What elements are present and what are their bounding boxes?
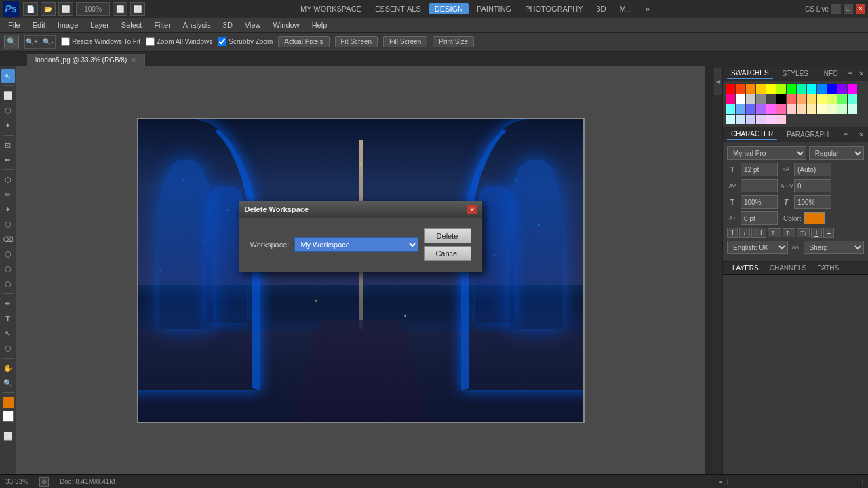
- menu-view[interactable]: View: [239, 20, 267, 30]
- scrubby-zoom-checkbox[interactable]: [218, 37, 226, 46]
- horizontal-scrollbar[interactable]: [727, 479, 863, 485]
- quick-selection-tool[interactable]: ✦: [1, 119, 15, 132]
- workspace-select[interactable]: My Workspace: [294, 237, 418, 252]
- panel-toggle-icon[interactable]: ◀: [714, 68, 722, 95]
- swatch-item[interactable]: [817, 94, 827, 104]
- leading-input[interactable]: [794, 163, 831, 176]
- delete-button[interactable]: Delete: [424, 228, 471, 243]
- swatch-item[interactable]: [797, 94, 806, 104]
- swatch-item[interactable]: [776, 84, 786, 94]
- swatch-item[interactable]: [827, 84, 837, 94]
- swatch-item[interactable]: [726, 94, 735, 104]
- swatch-item[interactable]: [848, 84, 857, 94]
- tab-close-icon[interactable]: ✕: [131, 57, 136, 64]
- underline-button[interactable]: T: [811, 228, 822, 238]
- swatch-item[interactable]: [797, 104, 806, 114]
- anti-alias-select[interactable]: Sharp: [804, 241, 865, 254]
- swatch-item[interactable]: [736, 94, 745, 104]
- swatch-item[interactable]: [817, 84, 827, 94]
- swatch-item[interactable]: [766, 84, 776, 94]
- screen-mode-icon[interactable]: ⬜: [113, 2, 127, 16]
- nav-3d[interactable]: 3D: [591, 3, 612, 14]
- baseline-input[interactable]: [741, 211, 778, 225]
- open-icon[interactable]: 📂: [41, 2, 56, 16]
- swatch-item[interactable]: [787, 104, 796, 114]
- swatch-item[interactable]: [766, 104, 776, 114]
- scroll-left-icon[interactable]: ◂: [719, 478, 727, 486]
- zoom-out-icon[interactable]: 🔍-: [41, 35, 56, 49]
- background-color[interactable]: [3, 411, 14, 422]
- eyedropper-tool[interactable]: ✒: [1, 153, 15, 167]
- menu-file[interactable]: File: [3, 20, 26, 30]
- maximize-button[interactable]: □: [844, 4, 853, 14]
- zoom-all-check[interactable]: Zoom All Windows: [146, 37, 212, 46]
- swatch-item[interactable]: [726, 104, 735, 114]
- crop-tool[interactable]: ⊡: [1, 138, 15, 152]
- healing-brush-tool[interactable]: ⬡: [1, 173, 15, 186]
- swatch-item[interactable]: [776, 104, 786, 114]
- swatch-item[interactable]: [736, 84, 745, 94]
- swatch-item[interactable]: [746, 84, 755, 94]
- new-doc-icon[interactable]: 📄: [23, 2, 38, 16]
- swatch-item[interactable]: [807, 94, 816, 104]
- menu-edit[interactable]: Edit: [27, 20, 51, 30]
- horizontal-scale-input[interactable]: [741, 195, 778, 209]
- tab-paragraph[interactable]: PARAGRAPH: [783, 129, 833, 140]
- nav-my-workspace[interactable]: MY WORKSPACE: [295, 3, 367, 14]
- nav-photography[interactable]: PHOTOGRAPHY: [519, 3, 588, 14]
- menu-image[interactable]: Image: [52, 20, 84, 30]
- swatch-item[interactable]: [756, 104, 766, 114]
- swatch-item[interactable]: [756, 115, 766, 124]
- scrubby-zoom-check[interactable]: Scrubby Zoom: [218, 37, 273, 46]
- swatch-item[interactable]: [848, 104, 857, 114]
- char-panel-close[interactable]: ✕: [859, 131, 864, 138]
- swatch-item[interactable]: [736, 104, 745, 114]
- resize-windows-checkbox[interactable]: [61, 37, 70, 46]
- swatch-item[interactable]: [807, 104, 816, 114]
- swatch-item[interactable]: [776, 94, 786, 104]
- swatch-item[interactable]: [827, 94, 837, 104]
- swatch-item[interactable]: [797, 84, 806, 94]
- history-brush-tool[interactable]: ⬡: [1, 218, 15, 231]
- superscript-button[interactable]: T↑: [783, 228, 795, 237]
- nav-painting[interactable]: PAINTING: [471, 3, 517, 14]
- kerning-input[interactable]: [741, 179, 778, 192]
- tab-layers[interactable]: LAYERS: [727, 263, 764, 273]
- bold-button[interactable]: T: [727, 228, 738, 238]
- font-size-input[interactable]: [741, 163, 778, 176]
- zoom-tool[interactable]: 🔍: [1, 376, 15, 390]
- nav-design[interactable]: DESIGN: [429, 3, 469, 14]
- swatch-item[interactable]: [766, 115, 776, 124]
- swatch-item[interactable]: [807, 84, 816, 94]
- canvas-vertical-scrollbar[interactable]: [705, 66, 713, 474]
- clone-stamp-tool[interactable]: ✦: [1, 203, 15, 216]
- rectangular-marquee-tool[interactable]: ⬜: [1, 89, 15, 102]
- strikethrough-button[interactable]: T: [823, 228, 834, 238]
- menu-analysis[interactable]: Analysis: [178, 20, 216, 30]
- tab-swatches[interactable]: SWATCHES: [727, 68, 773, 79]
- swatch-item[interactable]: [837, 104, 847, 114]
- swatch-item[interactable]: [817, 104, 827, 114]
- resize-windows-check[interactable]: Resize Windows To Fit: [61, 37, 140, 46]
- swatch-item[interactable]: [837, 94, 847, 104]
- font-style-select[interactable]: Regular: [809, 146, 864, 160]
- menu-filter[interactable]: Filter: [149, 20, 176, 30]
- swatch-item[interactable]: [766, 94, 776, 104]
- swatch-item[interactable]: [726, 115, 735, 124]
- close-app-button[interactable]: ✕: [856, 4, 865, 14]
- char-panel-collapse[interactable]: ≡: [844, 131, 848, 138]
- menu-layer[interactable]: Layer: [85, 20, 115, 30]
- type-tool[interactable]: T: [1, 312, 15, 325]
- swatch-item[interactable]: [787, 94, 796, 104]
- italic-button[interactable]: T: [739, 228, 750, 238]
- nav-essentials[interactable]: ESSENTIALS: [370, 3, 427, 14]
- swatch-item[interactable]: [726, 84, 735, 94]
- cancel-button[interactable]: Cancel: [424, 246, 471, 261]
- nav-more[interactable]: M...: [614, 3, 637, 14]
- swatch-item[interactable]: [746, 104, 755, 114]
- zoom-indicator[interactable]: ⊙: [39, 477, 49, 487]
- menu-window[interactable]: Window: [268, 20, 305, 30]
- swatch-item[interactable]: [756, 94, 766, 104]
- hand-tool[interactable]: ✋: [1, 361, 15, 375]
- menu-3d[interactable]: 3D: [218, 20, 238, 30]
